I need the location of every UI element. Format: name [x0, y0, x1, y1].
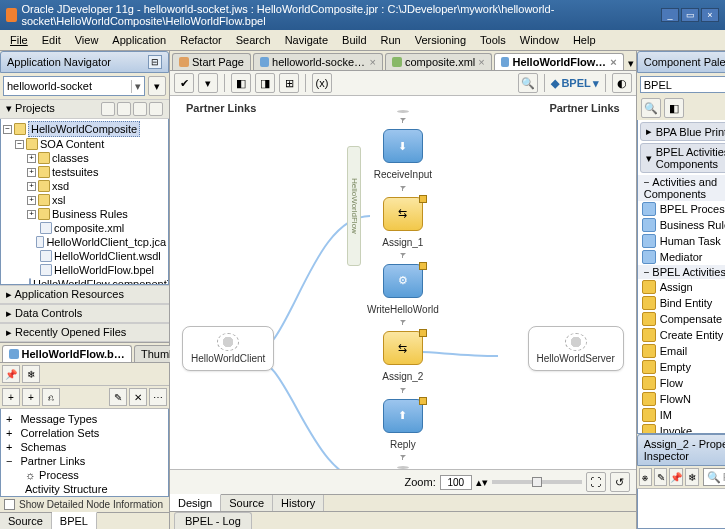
zoom-stepper[interactable]: ▴▾ — [476, 476, 488, 489]
palette-item[interactable]: Mediator — [638, 249, 725, 265]
menu-navigate[interactable]: Navigate — [279, 32, 334, 48]
struct-item[interactable]: +Schemas — [4, 440, 165, 454]
validate-icon[interactable]: ✔ — [174, 73, 194, 93]
palette-item[interactable]: Human Task — [638, 233, 725, 249]
application-select[interactable]: helloworld-socket ▾ — [3, 76, 145, 96]
palette-item[interactable]: Bind Entity — [638, 295, 725, 311]
projects-tool3[interactable] — [133, 102, 147, 116]
projects-tool2[interactable] — [117, 102, 131, 116]
panel-menu-icon[interactable]: ⊟ — [148, 55, 162, 69]
close-icon[interactable]: × — [370, 56, 376, 68]
editor-tab-jws[interactable]: helloworld-socket.jws× — [253, 53, 383, 70]
close-icon[interactable]: × — [610, 56, 616, 68]
maximize-button[interactable]: ▭ — [681, 8, 699, 22]
menu-edit[interactable]: Edit — [36, 32, 67, 48]
inspector-tool[interactable]: ❄ — [685, 468, 698, 486]
palette-subgroup[interactable]: − BPEL Activities — [638, 265, 725, 279]
palette-group-bpa[interactable]: ▸ BPA Blue Prints — [640, 122, 725, 141]
activity-receive[interactable]: ⬇ — [383, 129, 423, 163]
log-panel[interactable]: BPEL - Log — [170, 511, 636, 529]
zoom-input[interactable] — [440, 475, 472, 490]
search-icon[interactable]: 🔍 — [518, 73, 538, 93]
menu-file[interactable]: File — [4, 32, 34, 48]
inspector-tool[interactable]: ✎ — [654, 468, 667, 486]
palette-item[interactable]: Assign — [638, 279, 725, 295]
editor-tab-startpage[interactable]: Start Page — [172, 53, 251, 70]
palette-item[interactable]: IM — [638, 407, 725, 423]
palette-view-icon[interactable]: ◧ — [664, 98, 684, 118]
application-menu-button[interactable]: ▾ — [148, 76, 166, 96]
menu-search[interactable]: Search — [230, 32, 277, 48]
section-recent-files[interactable]: ▸ Recently Opened Files — [0, 323, 169, 342]
editor-tabs-menu[interactable]: ▾ — [628, 57, 634, 70]
tool-icon[interactable]: ▾ — [198, 73, 218, 93]
inspector-tool[interactable]: ⎈ — [639, 468, 652, 486]
tool-icon[interactable]: ◨ — [255, 73, 275, 93]
bpel-mode-menu[interactable]: ◆ BPEL ▾ — [551, 77, 598, 90]
activity-assign-2[interactable]: ⇆ — [383, 331, 423, 365]
bpel-canvas[interactable]: Partner Links Partner Links HelloWorldFl… — [170, 96, 636, 469]
palette-item[interactable]: Compensate — [638, 311, 725, 327]
palette-item[interactable]: Empty — [638, 359, 725, 375]
palette-item[interactable]: Business Rule — [638, 217, 725, 233]
menu-run[interactable]: Run — [375, 32, 407, 48]
palette-item[interactable]: Email — [638, 343, 725, 359]
partner-client[interactable]: HelloWorldClient — [182, 326, 274, 371]
section-data-controls[interactable]: ▸ Data Controls — [0, 304, 169, 323]
structure-btn2[interactable]: + — [22, 388, 40, 406]
struct-item[interactable]: +Message Types — [4, 412, 165, 426]
palette-item[interactable]: Flow — [638, 375, 725, 391]
menu-application[interactable]: Application — [106, 32, 172, 48]
struct-item[interactable]: +Correlation Sets — [4, 426, 165, 440]
structure-bottomtab-source[interactable]: Source — [0, 513, 52, 529]
struct-subitem[interactable]: ☼ Process — [4, 468, 165, 482]
source-tab[interactable]: Source — [221, 495, 273, 511]
tool-icon[interactable]: ◐ — [612, 73, 632, 93]
palette-subgroup[interactable]: − Activities and Components — [638, 175, 725, 201]
tool-icon[interactable]: (x) — [312, 73, 332, 93]
design-tab[interactable]: Design — [170, 494, 221, 511]
structure-freeze-icon[interactable]: ❄ — [22, 365, 40, 383]
show-detailed-checkbox[interactable] — [4, 499, 15, 510]
struct-item[interactable]: −Partner Links — [4, 454, 165, 468]
structure-pin-icon[interactable]: 📌 — [2, 365, 20, 383]
structure-more-icon[interactable]: ⋯ — [149, 388, 167, 406]
structure-edit-icon[interactable]: ✎ — [109, 388, 127, 406]
structure-delete-icon[interactable]: ✕ — [129, 388, 147, 406]
close-icon[interactable]: × — [478, 56, 484, 68]
editor-tab-composite[interactable]: composite.xml× — [385, 53, 492, 70]
activity-reply[interactable]: ⬆ — [383, 399, 423, 433]
menu-view[interactable]: View — [69, 32, 105, 48]
projects-tool4[interactable] — [149, 102, 163, 116]
inspector-tool[interactable]: 📌 — [669, 468, 683, 486]
palette-category-select[interactable]: BPEL▾ — [640, 76, 725, 93]
zoom-fit-icon[interactable]: ⛶ — [586, 472, 606, 492]
menu-tools[interactable]: Tools — [474, 32, 512, 48]
menu-versioning[interactable]: Versioning — [409, 32, 472, 48]
struct-item-selected[interactable]: Activity Structure — [4, 482, 165, 496]
structure-tab-file[interactable]: HelloWorldFlow.bp... — [2, 345, 132, 362]
structure-bottomtab-bpel[interactable]: BPEL — [52, 512, 97, 529]
structure-btn1[interactable]: + — [2, 388, 20, 406]
menu-refactor[interactable]: Refactor — [174, 32, 228, 48]
projects-section[interactable]: ▾ Projects — [0, 99, 169, 119]
activity-write[interactable]: ⚙ — [383, 264, 423, 298]
menu-window[interactable]: Window — [514, 32, 565, 48]
palette-item[interactable]: Create Entity — [638, 327, 725, 343]
section-app-resources[interactable]: ▸ Application Resources — [0, 285, 169, 304]
zoom-reset-icon[interactable]: ↺ — [610, 472, 630, 492]
tool-icon[interactable]: ◧ — [231, 73, 251, 93]
activity-assign-1[interactable]: ⇆ — [383, 197, 423, 231]
project-tree[interactable]: −HelloWorldComposite −SOA Content +class… — [1, 119, 168, 285]
menu-help[interactable]: Help — [567, 32, 602, 48]
palette-search-icon[interactable]: 🔍 — [641, 98, 661, 118]
history-tab[interactable]: History — [273, 495, 324, 511]
tool-icon[interactable]: ⊞ — [279, 73, 299, 93]
projects-tool1[interactable] — [101, 102, 115, 116]
palette-item[interactable]: BPEL Process — [638, 201, 725, 217]
minimize-button[interactable]: _ — [661, 8, 679, 22]
partner-server[interactable]: HelloWorldServer — [528, 326, 624, 371]
menu-build[interactable]: Build — [336, 32, 372, 48]
palette-item[interactable]: Invoke — [638, 423, 725, 434]
editor-tab-bpel[interactable]: HelloWorldFlow.bpel× — [494, 53, 624, 70]
